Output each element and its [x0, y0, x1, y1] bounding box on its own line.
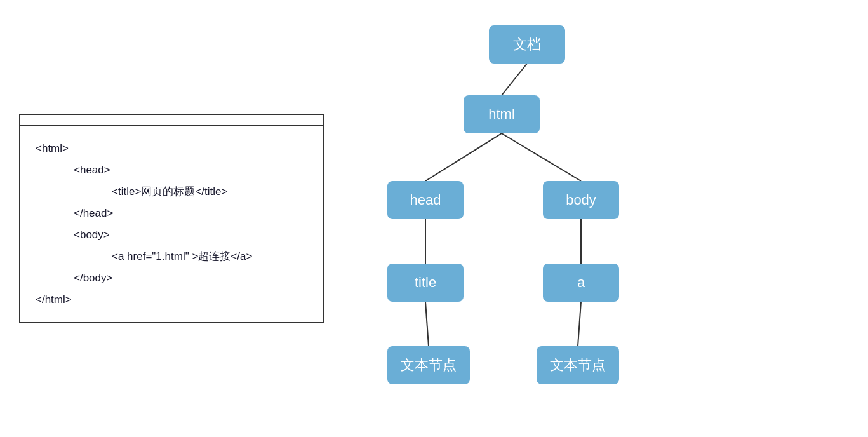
tree-node-text1: 文本节点 — [387, 346, 470, 384]
svg-line-6 — [578, 302, 581, 346]
code-line: <a href="1.html" >超连接</a> — [36, 246, 307, 267]
svg-line-1 — [425, 133, 502, 181]
tree-node-text2: 文本节点 — [537, 346, 619, 384]
code-panel: <html><head><title>网页的标题</title></head><… — [19, 114, 324, 323]
tree-node-title: title — [387, 264, 464, 302]
code-line: <title>网页的标题</title> — [36, 181, 307, 203]
tree-node-head: head — [387, 181, 464, 219]
code-line: <html> — [36, 138, 307, 159]
svg-line-2 — [502, 133, 581, 181]
tree-node-body: body — [543, 181, 619, 219]
code-line: </html> — [36, 289, 307, 311]
svg-line-0 — [502, 64, 527, 95]
code-line: </body> — [36, 267, 307, 289]
code-block: <html><head><title>网页的标题</title></head><… — [20, 126, 323, 322]
code-line: <body> — [36, 224, 307, 246]
tree-diagram: 文档htmlheadbodytitlea文本节点文本节点 — [375, 13, 849, 424]
tree-node-a: a — [543, 264, 619, 302]
tree-node-html: html — [464, 95, 540, 133]
tree-node-wendang: 文档 — [489, 25, 565, 64]
svg-line-5 — [425, 302, 429, 346]
code-line: <head> — [36, 159, 307, 181]
file-title — [20, 115, 323, 126]
code-line: </head> — [36, 203, 307, 224]
